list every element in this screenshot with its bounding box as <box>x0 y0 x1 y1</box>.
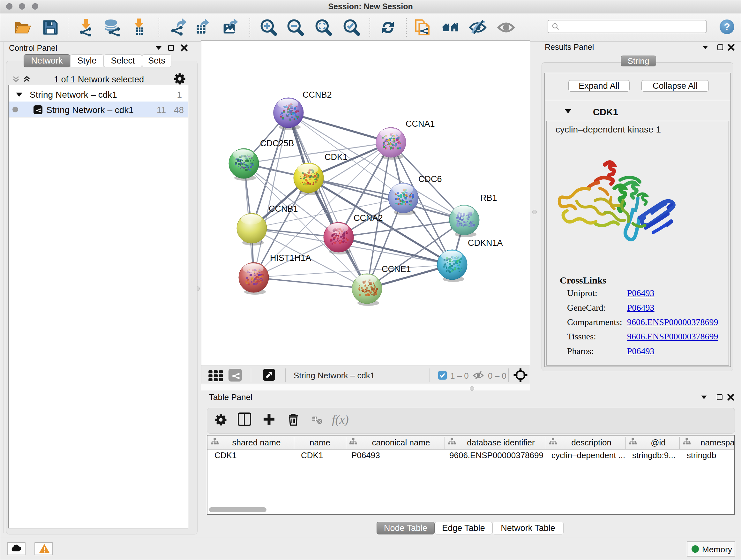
svg-text:CCNA2: CCNA2 <box>354 213 383 223</box>
svg-text:CDK1: CDK1 <box>325 152 347 162</box>
svg-text:CDC6: CDC6 <box>418 174 442 184</box>
svg-text:CDC25B: CDC25B <box>260 138 294 148</box>
svg-text:HIST1H1A: HIST1H1A <box>270 253 311 263</box>
svg-text:CCNA1: CCNA1 <box>406 119 435 129</box>
svg-text:CCNB2: CCNB2 <box>302 90 332 100</box>
svg-text:CCNE1: CCNE1 <box>382 264 411 274</box>
svg-text:CDKN1A: CDKN1A <box>468 238 503 248</box>
svg-text:RB1: RB1 <box>480 193 497 203</box>
svg-text:CCNB1: CCNB1 <box>269 204 298 213</box>
